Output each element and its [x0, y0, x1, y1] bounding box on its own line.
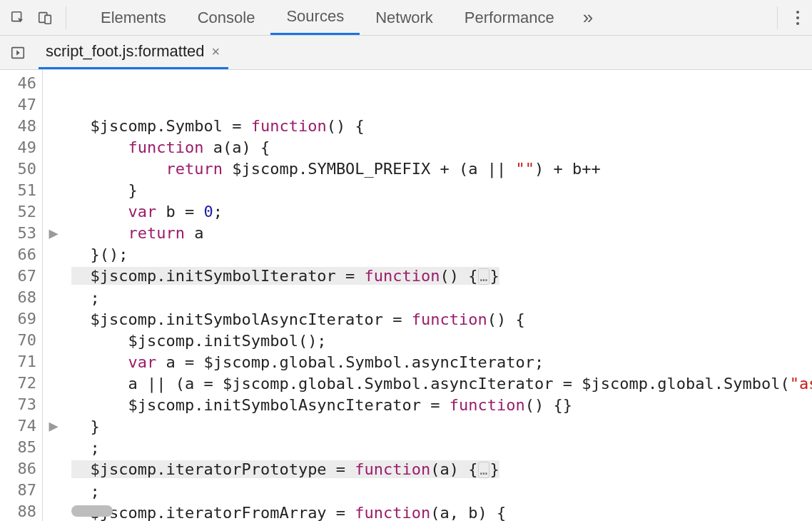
- line-number: 46: [0, 73, 36, 94]
- panel-tab-console[interactable]: Console: [182, 0, 271, 35]
- code-line: $jscomp.initSymbol();: [71, 330, 812, 352]
- toolbar-separator: [777, 6, 778, 29]
- fold-spacer: [43, 94, 64, 116]
- line-number: 85: [0, 437, 36, 458]
- horizontal-scrollbar-thumb[interactable]: [71, 505, 113, 517]
- fold-spacer: [43, 308, 64, 330]
- device-toggle-icon[interactable]: [34, 7, 56, 29]
- fold-spacer: [43, 201, 64, 223]
- line-number: 49: [0, 137, 36, 158]
- code-line: a || (a = $jscomp.global.Symbol.asyncIte…: [71, 373, 812, 395]
- fold-spacer: [43, 458, 64, 480]
- line-number: 53: [0, 223, 36, 244]
- line-number: 71: [0, 351, 36, 373]
- devtools-toolbar: ElementsConsoleSourcesNetworkPerformance…: [0, 0, 812, 36]
- navigator-toggle-icon[interactable]: [7, 42, 29, 64]
- more-tabs-button[interactable]: »: [570, 6, 606, 29]
- code-line: var a = $jscomp.global.Symbol.asyncItera…: [71, 352, 812, 373]
- toolbar-separator: [66, 6, 66, 29]
- line-number: 73: [0, 394, 36, 415]
- fold-spacer: [43, 137, 64, 158]
- line-number: 86: [0, 458, 36, 480]
- line-number: 47: [0, 94, 36, 116]
- panel-tab-sources[interactable]: Sources: [270, 0, 360, 35]
- fold-spacer: [43, 73, 64, 94]
- code-line: }: [71, 416, 812, 437]
- fold-spacer: [43, 501, 64, 521]
- line-number: 66: [0, 244, 36, 265]
- toolbar-right: [771, 0, 812, 35]
- code-line: ;: [71, 481, 812, 502]
- fold-spacer: [43, 180, 64, 201]
- code-line: $jscomp.Symbol = function() {: [71, 116, 812, 137]
- panel-tab-network[interactable]: Network: [360, 0, 449, 35]
- fold-gutter: ▶ ▶: [43, 70, 64, 521]
- code-line: $jscomp.iteratorPrototype = function(a) …: [71, 459, 812, 481]
- code-line: return a: [71, 223, 812, 244]
- fold-spacer: [43, 394, 64, 415]
- line-number: 48: [0, 116, 36, 137]
- fold-spacer: [43, 437, 64, 458]
- line-number: 68: [0, 287, 36, 308]
- fold-spacer: [43, 116, 64, 137]
- code-line: $jscomp.initSymbolAsyncIterator = functi…: [71, 309, 812, 330]
- code-line: }: [71, 180, 812, 201]
- panel-tabs: ElementsConsoleSourcesNetworkPerformance: [85, 0, 570, 35]
- fold-spacer: [43, 330, 64, 351]
- code-line: function a(a) {: [71, 137, 812, 158]
- fold-arrow-icon[interactable]: ▶: [43, 223, 64, 244]
- fold-spacer: [43, 287, 64, 308]
- line-number: 67: [0, 265, 36, 287]
- code-line: }();: [71, 244, 812, 265]
- sources-tabbar: script_foot.js:formatted ×: [0, 36, 812, 70]
- code-line: $jscomp.initSymbolIterator = function() …: [71, 265, 812, 288]
- panel-tab-performance[interactable]: Performance: [449, 0, 570, 35]
- line-number: 69: [0, 308, 36, 330]
- fold-spacer: [43, 244, 64, 265]
- code-line: ;: [71, 437, 812, 459]
- code-content[interactable]: $jscomp.Symbol = function() { function a…: [64, 70, 812, 521]
- code-line: var b = 0;: [71, 201, 812, 223]
- line-number: 50: [0, 158, 36, 180]
- line-number: 70: [0, 330, 36, 351]
- fold-spacer: [43, 158, 64, 180]
- code-line: ;: [71, 288, 812, 309]
- line-number: 88: [0, 501, 36, 521]
- fold-spacer: [43, 480, 64, 501]
- code-line: return $jscomp.SYMBOL_PREFIX + (a || "")…: [71, 158, 812, 180]
- kebab-menu-icon[interactable]: [783, 0, 812, 35]
- file-tab-label: script_foot.js:formatted: [46, 42, 205, 61]
- line-number: 51: [0, 180, 36, 201]
- svg-rect-2: [45, 15, 51, 24]
- file-tab[interactable]: script_foot.js:formatted ×: [39, 36, 228, 69]
- panel-tab-elements[interactable]: Elements: [85, 0, 182, 35]
- code-line: $jscomp.iteratorFromArray = function(a, …: [71, 502, 812, 521]
- fold-arrow-icon[interactable]: ▶: [43, 415, 64, 437]
- fold-spacer: [43, 373, 64, 394]
- line-number: 74: [0, 415, 36, 437]
- line-number-gutter: 4647484950515253666768697071727374858687…: [0, 70, 43, 521]
- line-number: 87: [0, 480, 36, 501]
- fold-spacer: [43, 351, 64, 373]
- fold-spacer: [43, 265, 64, 287]
- code-line: $jscomp.initSymbolAsyncIterator = functi…: [71, 395, 812, 416]
- close-icon[interactable]: ×: [212, 44, 220, 60]
- code-editor: 4647484950515253666768697071727374858687…: [0, 70, 812, 521]
- line-number: 52: [0, 201, 36, 223]
- line-number: 72: [0, 373, 36, 394]
- inspect-element-icon[interactable]: [7, 7, 29, 29]
